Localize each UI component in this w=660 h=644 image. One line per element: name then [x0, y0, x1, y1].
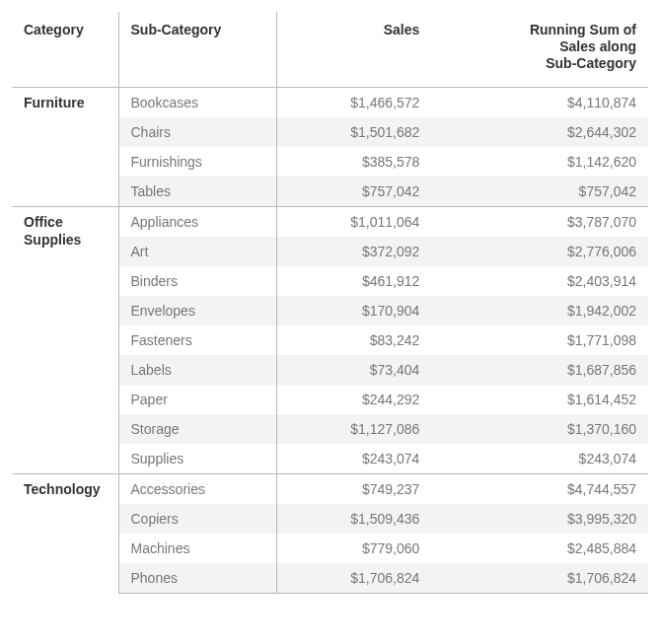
- sub-category-cell: Furnishings: [118, 147, 276, 177]
- sub-category-cell: Chairs: [118, 117, 276, 147]
- running-sum-cell: $3,995,320: [431, 504, 648, 534]
- sales-cell: $372,092: [276, 237, 431, 266]
- sales-cell: $83,242: [276, 325, 431, 355]
- header-sub-category: Sub-Category: [118, 12, 276, 88]
- running-sum-cell: $1,687,856: [431, 355, 648, 385]
- running-sum-cell: $243,074: [431, 444, 648, 474]
- running-sum-cell: $2,485,884: [431, 534, 648, 563]
- sub-category-cell: Machines: [118, 534, 276, 563]
- running-sum-cell: $2,776,006: [431, 237, 648, 266]
- sub-category-cell: Bookcases: [118, 88, 276, 118]
- sub-category-cell: Binders: [118, 266, 276, 296]
- sub-category-cell: Accessories: [118, 474, 276, 505]
- sub-category-cell: Supplies: [118, 444, 276, 474]
- sales-cell: $1,501,682: [276, 117, 431, 147]
- header-running-sum: Running Sum of Sales along Sub-Category: [431, 12, 648, 88]
- sales-cell: $73,404: [276, 355, 431, 385]
- sub-category-cell: Envelopes: [118, 296, 276, 325]
- sales-cell: $1,706,824: [276, 563, 431, 594]
- category-cell: Technology: [12, 474, 118, 594]
- sales-cell: $385,578: [276, 147, 431, 177]
- running-sum-cell: $4,744,557: [431, 474, 648, 505]
- sales-cell: $243,074: [276, 444, 431, 474]
- sub-category-cell: Appliances: [118, 207, 276, 238]
- sub-category-cell: Labels: [118, 355, 276, 385]
- running-sum-cell: $3,787,070: [431, 207, 648, 238]
- running-sum-cell: $1,614,452: [431, 385, 648, 414]
- running-sum-cell: $4,110,874: [431, 88, 648, 118]
- running-sum-cell: $2,644,302: [431, 117, 648, 147]
- sales-cell: $1,509,436: [276, 504, 431, 534]
- crosstab-table: Category Sub-Category Sales Running Sum …: [12, 12, 648, 594]
- table-row: FurnitureBookcases$1,466,572$4,110,874: [12, 88, 648, 118]
- sales-cell: $244,292: [276, 385, 431, 414]
- sub-category-cell: Copiers: [118, 504, 276, 534]
- sub-category-cell: Fasteners: [118, 325, 276, 355]
- sales-cell: $461,912: [276, 266, 431, 296]
- header-category: Category: [12, 12, 118, 88]
- sales-cell: $1,127,086: [276, 414, 431, 444]
- running-sum-cell: $2,403,914: [431, 266, 648, 296]
- sub-category-cell: Phones: [118, 563, 276, 594]
- sales-cell: $749,237: [276, 474, 431, 505]
- sub-category-cell: Art: [118, 237, 276, 266]
- running-sum-cell: $1,771,098: [431, 325, 648, 355]
- running-sum-cell: $1,142,620: [431, 147, 648, 177]
- sub-category-cell: Storage: [118, 414, 276, 444]
- sales-cell: $1,466,572: [276, 88, 431, 118]
- running-sum-cell: $1,706,824: [431, 563, 648, 594]
- sub-category-cell: Tables: [118, 177, 276, 207]
- sub-category-cell: Paper: [118, 385, 276, 414]
- table-row: OfficeSuppliesAppliances$1,011,064$3,787…: [12, 207, 648, 238]
- sales-cell: $779,060: [276, 534, 431, 563]
- running-sum-cell: $1,370,160: [431, 414, 648, 444]
- category-cell: OfficeSupplies: [12, 207, 118, 474]
- sales-cell: $757,042: [276, 177, 431, 207]
- sales-cell: $170,904: [276, 296, 431, 325]
- header-sales: Sales: [276, 12, 431, 88]
- running-sum-cell: $757,042: [431, 177, 648, 207]
- sales-cell: $1,011,064: [276, 207, 431, 238]
- category-cell: Furniture: [12, 88, 118, 207]
- running-sum-cell: $1,942,002: [431, 296, 648, 325]
- table-row: TechnologyAccessories$749,237$4,744,557: [12, 474, 648, 505]
